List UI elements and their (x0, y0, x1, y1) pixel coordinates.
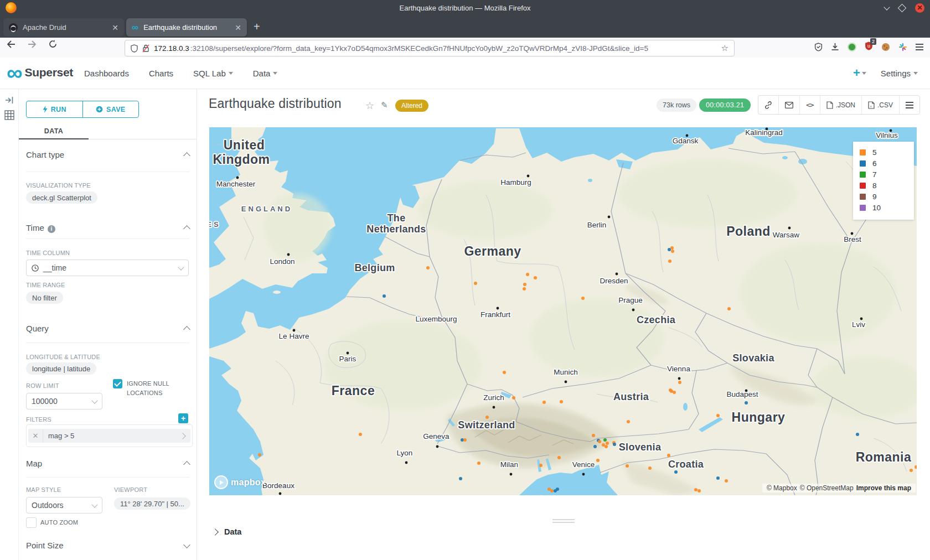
earthquake-point[interactable] (557, 456, 561, 459)
earthquake-point[interactable] (598, 440, 601, 443)
earthquake-point[interactable] (678, 381, 681, 384)
copy-link-button[interactable] (758, 96, 778, 114)
email-button[interactable] (778, 96, 799, 114)
dataset-grid-icon[interactable] (4, 110, 14, 120)
legend-item[interactable]: 8 (860, 181, 907, 190)
collapse-panel-icon[interactable] (5, 96, 14, 105)
embed-code-button[interactable]: <> (799, 96, 820, 114)
settings-menu[interactable]: Settings (881, 69, 918, 78)
section-chart-type[interactable]: Chart type (26, 150, 189, 159)
superset-logo[interactable]: ∞ Superset (7, 64, 73, 81)
earthquake-point[interactable] (669, 388, 672, 392)
legend-item[interactable]: 5 (860, 148, 907, 157)
back-icon[interactable] (7, 40, 16, 48)
new-tab-button[interactable]: + (254, 20, 260, 33)
chevron-up-icon[interactable] (183, 225, 190, 232)
add-new-button[interactable]: + (853, 66, 866, 80)
earthquake-point[interactable] (613, 443, 616, 446)
earthquake-point[interactable] (542, 401, 546, 404)
earthquake-point[interactable] (426, 266, 430, 269)
panel-resize-handle[interactable] (552, 519, 575, 525)
chevron-down-icon[interactable] (183, 541, 190, 548)
section-map[interactable]: Map (26, 459, 189, 468)
deckgl-map[interactable]: UnitedKingdomENGLANDESManchesterLondonTh… (209, 127, 917, 495)
earthquake-point[interactable] (383, 294, 386, 298)
chart-menu-button[interactable] (899, 96, 919, 114)
improve-map-link[interactable]: Improve this map (856, 484, 911, 492)
earthquake-point[interactable] (477, 462, 480, 465)
data-results-toggle[interactable]: Data (213, 527, 241, 536)
ublock-icon[interactable]: u 2 (865, 42, 873, 53)
earthquake-point[interactable] (856, 433, 859, 436)
earthquake-point[interactable] (668, 248, 671, 251)
add-filter-button[interactable]: + (178, 413, 188, 423)
section-query[interactable]: Query (26, 324, 189, 333)
chevron-up-icon[interactable] (183, 326, 190, 333)
earthquake-point[interactable] (671, 250, 674, 253)
earthquake-point[interactable] (581, 297, 585, 300)
edit-title-icon[interactable]: ✎ (381, 100, 388, 110)
earthquake-point[interactable] (716, 414, 720, 417)
earthquake-point[interactable] (523, 287, 526, 291)
viz-type-value[interactable]: deck.gl Scatterplot (26, 191, 97, 204)
earthquake-point[interactable] (725, 479, 728, 483)
earthquake-point[interactable] (674, 470, 678, 474)
downloads-icon[interactable] (831, 43, 839, 51)
earthquake-point[interactable] (596, 459, 600, 462)
row-limit-select[interactable]: 100000 (26, 393, 102, 409)
legend-item[interactable]: 10 (860, 203, 907, 212)
nav-item-charts[interactable]: Charts (149, 69, 173, 78)
minimize-icon[interactable] (884, 4, 890, 10)
export-json-button[interactable]: .JSON (820, 96, 861, 114)
section-time[interactable]: Timei (26, 223, 189, 233)
tab-apache-druid[interactable]: Apache Druid ✕ (3, 18, 124, 37)
earthquake-point[interactable] (670, 246, 674, 250)
info-icon[interactable]: i (48, 225, 55, 233)
earthquake-point[interactable] (592, 434, 595, 437)
bookmark-star-icon[interactable]: ☆ (721, 43, 728, 53)
earthquake-point[interactable] (547, 488, 551, 491)
nav-item-dashboards[interactable]: Dashboards (84, 69, 129, 78)
earthquake-point[interactable] (604, 445, 608, 448)
protections-shield-icon[interactable] (814, 43, 823, 51)
chevron-up-icon[interactable] (183, 461, 190, 468)
extension-green-icon[interactable] (848, 43, 856, 51)
auto-zoom-checkbox[interactable] (26, 517, 37, 528)
time-column-select[interactable]: __time (26, 260, 189, 276)
maximize-icon[interactable] (898, 3, 907, 12)
earthquake-point[interactable] (474, 282, 477, 285)
multiaccount-containers-icon[interactable] (898, 43, 907, 51)
earthquake-point[interactable] (910, 469, 913, 472)
earthquake-point[interactable] (556, 488, 559, 491)
earthquake-point[interactable] (698, 489, 701, 492)
earthquake-point[interactable] (359, 433, 362, 436)
save-button[interactable]: SAVE (82, 101, 139, 117)
earthquake-point[interactable] (512, 396, 515, 400)
legend-item[interactable]: 6 (860, 159, 907, 168)
tracking-shield-icon[interactable] (131, 44, 138, 53)
filter-chip[interactable]: ✕ mag > 5 (28, 429, 190, 443)
export-csv-button[interactable]: x .CSV (861, 96, 899, 114)
earthquake-point[interactable] (727, 307, 731, 310)
viewport-value[interactable]: 11° 28' 29.70" | 50... (114, 497, 190, 510)
earthquake-point[interactable] (503, 371, 506, 374)
osm-attribution-link[interactable]: © OpenStreetMap (800, 484, 854, 492)
run-button[interactable]: RUN (27, 101, 82, 117)
earthquake-point[interactable] (694, 488, 698, 491)
earthquake-point[interactable] (606, 442, 609, 445)
earthquake-point[interactable] (593, 445, 597, 448)
earthquake-point[interactable] (534, 276, 537, 279)
reload-icon[interactable] (49, 40, 57, 48)
insecure-lock-icon[interactable] (142, 44, 149, 53)
earthquake-point[interactable] (627, 420, 630, 423)
url-bar[interactable]: 172.18.0.3:32108/superset/explore/?form_… (125, 40, 735, 56)
earthquake-point[interactable] (523, 283, 526, 286)
earthquake-point[interactable] (667, 454, 670, 457)
remove-filter-icon[interactable]: ✕ (28, 429, 43, 443)
map-style-select[interactable]: Outdoors (26, 497, 102, 514)
earthquake-point[interactable] (526, 273, 529, 276)
legend-item[interactable]: 7 (860, 170, 907, 179)
earthquake-point[interactable] (539, 464, 542, 467)
earthquake-point[interactable] (668, 260, 671, 263)
nav-item-data[interactable]: Data (253, 69, 278, 78)
